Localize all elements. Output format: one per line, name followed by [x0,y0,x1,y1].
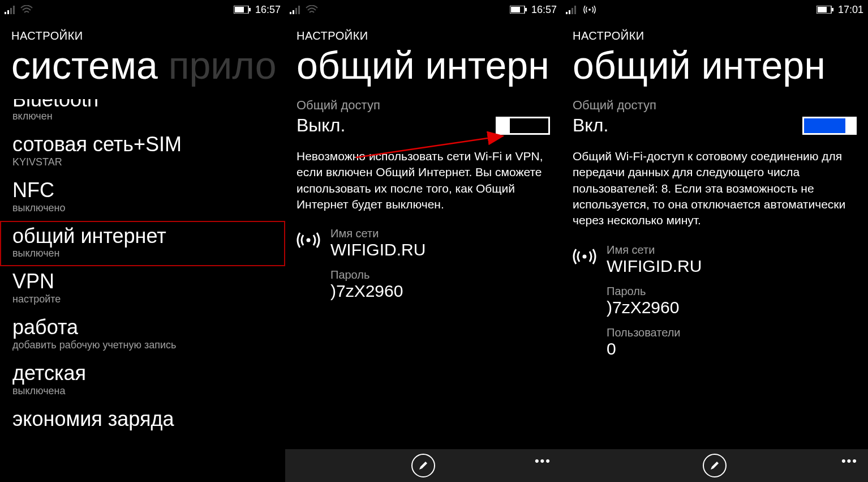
pivot-system: система [11,46,158,87]
broadcast-status-icon [582,5,598,15]
edit-button[interactable] [703,454,727,477]
edit-button[interactable] [411,454,435,477]
item-work[interactable]: работа добавить рабочую учетную запись [0,312,285,358]
more-button[interactable]: ••• [535,454,551,468]
svg-rect-20 [574,6,576,14]
svg-rect-9 [295,8,297,14]
sharing-toggle[interactable] [496,117,550,135]
svg-rect-17 [566,12,568,14]
settings-label: НАСТРОЙКИ [285,19,561,46]
svg-point-14 [307,238,311,242]
pivot-header[interactable]: общий интерн [285,46,561,90]
svg-rect-7 [290,12,291,14]
signal-icon [566,5,577,14]
svg-rect-3 [13,6,15,14]
item-internet-sharing[interactable]: общий интернет выключен [0,221,285,267]
pivot-header[interactable]: общий интерн [561,46,868,90]
svg-rect-1 [7,10,9,14]
status-time: 16:57 [531,4,557,16]
svg-rect-12 [511,7,520,12]
users-value: 0 [607,339,702,359]
settings-list[interactable]: Bluetooth включен сотовая сеть+SIM KYIVS… [0,90,285,437]
pencil-icon [418,460,429,471]
item-bluetooth[interactable]: Bluetooth включен [0,95,285,129]
pivot-apps: прило [169,46,277,87]
password-value: )7zX2960 [607,298,702,317]
password-label: Пароль [330,268,426,281]
sharing-label: Общий доступ [297,98,550,113]
svg-rect-19 [571,8,573,14]
item-nfc[interactable]: NFC выключено [0,175,285,221]
battery-icon [510,6,527,14]
more-button[interactable]: ••• [841,454,858,468]
item-battery-saver[interactable]: экономия заряда [0,404,285,437]
sharing-toggle[interactable] [802,117,857,135]
password-label: Пароль [607,285,702,298]
svg-rect-5 [235,7,244,12]
item-cellular-sim[interactable]: сотовая сеть+SIM KYIVSTAR [0,129,285,175]
pivot-header[interactable]: система прило [0,46,285,90]
pencil-icon [709,460,720,471]
sharing-description: Общий Wi-Fi-доступ к сотовому соединению… [573,148,857,229]
svg-rect-0 [5,12,6,14]
signal-icon [5,5,16,14]
svg-rect-8 [293,10,294,14]
status-time: 16:57 [255,4,281,16]
sharing-label: Общий доступ [573,98,857,113]
item-kids-corner[interactable]: детская выключена [0,358,285,404]
users-label: Пользователи [607,326,702,339]
item-vpn[interactable]: VPN настройте [0,266,285,312]
svg-rect-2 [10,8,12,14]
svg-rect-10 [298,6,300,14]
password-value: )7zX2960 [330,281,426,301]
broadcast-icon [573,244,596,266]
network-name-value: WIFIGID.RU [607,257,702,276]
network-name-value: WIFIGID.RU [330,240,426,259]
svg-rect-6 [249,8,251,11]
signal-icon [290,5,301,14]
screen-sharing-off: 16:57 НАСТРОЙКИ общий интерн Общий досту… [285,0,561,482]
sharing-state: Выкл. [297,115,345,136]
battery-icon [817,6,833,14]
svg-rect-13 [525,8,527,11]
wifi-icon [306,5,318,14]
status-time: 17:01 [838,4,863,16]
screen-settings-system: 16:57 НАСТРОЙКИ система прило Bluetooth … [0,0,285,482]
app-bar: ••• [561,449,868,482]
status-bar: 16:57 [285,0,561,19]
settings-label: НАСТРОЙКИ [0,19,285,46]
settings-label: НАСТРОЙКИ [561,19,868,46]
status-bar: 17:01 [561,0,868,19]
battery-icon [234,6,251,14]
network-name-label: Имя сети [607,244,702,257]
svg-point-21 [588,8,591,11]
app-bar: ••• [285,449,561,482]
wifi-icon [20,5,33,14]
svg-rect-24 [832,8,833,11]
svg-point-25 [583,254,587,258]
svg-rect-23 [818,7,827,12]
item-bluetooth-sub: включен [12,110,273,122]
screen-sharing-on: 17:01 НАСТРОЙКИ общий интерн Общий досту… [561,0,868,482]
status-bar: 16:57 [0,0,285,19]
network-name-label: Имя сети [330,227,426,240]
svg-rect-18 [569,10,570,14]
broadcast-icon [297,227,320,250]
sharing-description: Невозможно использовать сети Wi-Fi и VPN… [297,148,550,212]
sharing-state: Вкл. [573,115,608,136]
